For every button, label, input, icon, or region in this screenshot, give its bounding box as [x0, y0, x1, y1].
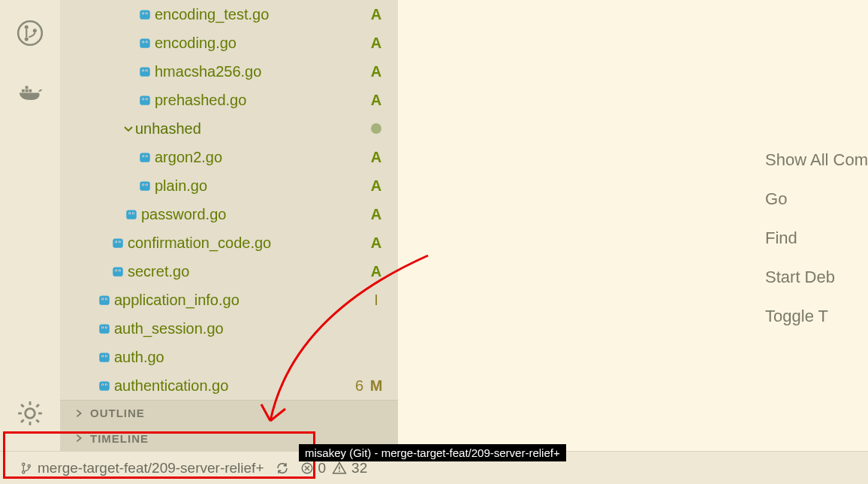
chevron-right-icon — [74, 408, 84, 419]
file-row[interactable]: auth.go — [60, 343, 398, 371]
svg-point-83 — [23, 470, 25, 473]
go-file-icon — [138, 36, 152, 50]
scm-status-badge: A — [368, 234, 384, 252]
file-row[interactable]: secret.goA — [60, 257, 398, 286]
svg-point-25 — [143, 41, 143, 42]
file-tree[interactable]: encoding_test.goAencoding.goAhmacsha256.… — [60, 0, 398, 400]
welcome-item[interactable]: Find — [765, 228, 868, 248]
svg-point-76 — [106, 355, 107, 356]
tree-label: encoding_test.go — [155, 6, 368, 23]
tree-label: secret.go — [128, 263, 368, 280]
svg-rect-6 — [29, 89, 32, 92]
svg-line-13 — [21, 404, 23, 407]
error-icon — [300, 461, 314, 475]
file-row[interactable]: prehashed.goA — [60, 86, 398, 114]
status-errors-count: 0 — [318, 460, 327, 476]
svg-point-40 — [143, 156, 143, 156]
svg-point-55 — [116, 241, 116, 242]
welcome-item[interactable]: Toggle T — [765, 307, 868, 326]
git-branch-icon — [20, 461, 33, 475]
scm-status-badge: M — [368, 377, 384, 395]
svg-line-14 — [36, 419, 38, 422]
svg-point-8 — [26, 409, 35, 419]
svg-point-50 — [129, 213, 130, 213]
tree-label: argon2.go — [155, 149, 368, 166]
svg-point-20 — [143, 13, 143, 14]
svg-rect-72 — [99, 352, 110, 361]
file-row[interactable]: application_info.goI — [60, 286, 398, 314]
svg-point-1 — [25, 26, 29, 29]
scm-status-badge: A — [368, 177, 384, 195]
docker-icon — [16, 77, 44, 106]
file-row[interactable]: auth_session.go — [60, 314, 398, 343]
svg-point-45 — [143, 184, 143, 185]
status-branch-label: merge-target-feat/209-server-relief+ — [38, 460, 264, 476]
activity-docker[interactable] — [12, 74, 48, 110]
gear-icon — [16, 399, 44, 428]
svg-rect-42 — [140, 181, 150, 190]
modified-dot-icon — [371, 123, 381, 134]
svg-rect-4 — [22, 89, 25, 92]
tree-label: password.go — [141, 206, 368, 223]
file-row[interactable]: argon2.goA — [60, 143, 398, 171]
scm-status-badge: A — [368, 63, 384, 80]
svg-rect-32 — [140, 95, 150, 104]
file-row[interactable]: confirmation_code.goA — [60, 228, 398, 257]
activity-source-control[interactable] — [12, 15, 48, 51]
status-branch[interactable]: merge-target-feat/209-server-relief+ — [20, 460, 264, 476]
svg-point-46 — [146, 184, 147, 185]
file-row[interactable]: password.goA — [60, 200, 398, 228]
file-row[interactable]: authentication.go6M — [60, 371, 398, 400]
svg-point-26 — [146, 41, 147, 42]
go-file-icon — [138, 65, 152, 78]
tree-label: authentication.go — [114, 377, 355, 395]
status-errors[interactable]: 0 — [300, 460, 327, 476]
svg-point-87 — [339, 470, 340, 472]
welcome-item[interactable]: Go — [765, 189, 868, 209]
go-file-icon — [138, 93, 152, 107]
scm-status-badge: A — [368, 92, 384, 109]
svg-point-36 — [146, 98, 147, 99]
scm-status-badge: A — [368, 6, 384, 23]
scm-status-badge: A — [368, 149, 384, 166]
file-row[interactable]: hmacsha256.goA — [60, 57, 398, 86]
svg-point-75 — [102, 355, 103, 356]
go-file-icon — [98, 379, 111, 392]
go-file-icon — [98, 322, 111, 335]
svg-point-51 — [133, 213, 134, 213]
svg-point-70 — [102, 327, 103, 328]
activity-settings[interactable] — [12, 395, 48, 431]
svg-point-41 — [146, 156, 147, 156]
section-timeline-label: TIMELINE — [90, 432, 149, 445]
svg-point-84 — [28, 464, 30, 467]
file-row[interactable]: plain.goA — [60, 171, 398, 200]
explorer-panel: encoding_test.goAencoding.goAhmacsha256.… — [60, 0, 398, 451]
change-count: 6 — [355, 377, 368, 395]
go-file-icon — [138, 8, 152, 21]
go-file-icon — [138, 150, 152, 164]
status-warnings[interactable]: 32 — [332, 460, 367, 476]
scm-status-badge: A — [368, 263, 384, 280]
file-row[interactable]: encoding.goA — [60, 29, 398, 57]
svg-point-65 — [102, 298, 103, 299]
folder-row[interactable]: unhashed — [60, 114, 398, 143]
section-outline[interactable]: OUTLINE — [60, 401, 398, 426]
svg-point-66 — [106, 298, 107, 299]
svg-rect-27 — [140, 67, 150, 76]
file-row[interactable]: encoding_test.goA — [60, 0, 398, 29]
tree-label: confirmation_code.go — [128, 234, 368, 252]
welcome-item[interactable]: Start Deb — [765, 268, 868, 287]
welcome-item[interactable]: Show All Com — [765, 150, 868, 170]
go-file-icon — [111, 265, 125, 278]
scm-status-badge: I — [368, 292, 384, 309]
tree-label: hmacsha256.go — [155, 63, 368, 80]
tree-label: encoding.go — [155, 35, 368, 52]
section-outline-label: OUTLINE — [90, 407, 145, 419]
tree-label: application_info.go — [114, 292, 368, 309]
svg-point-35 — [143, 98, 143, 99]
warning-icon — [332, 461, 347, 476]
chevron-right-icon — [74, 433, 84, 443]
svg-point-30 — [143, 70, 143, 71]
status-sync[interactable] — [275, 461, 290, 476]
tree-label: unhashed — [135, 120, 371, 138]
